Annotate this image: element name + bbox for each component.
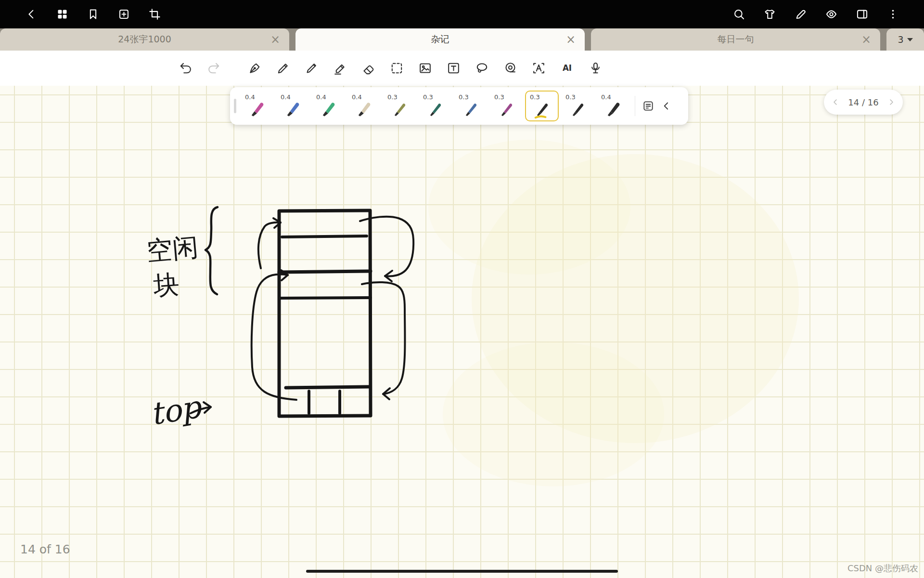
shirt-icon — [763, 8, 776, 21]
crop-button[interactable] — [147, 7, 162, 22]
tab-notebook-3[interactable]: 每日一句 — [591, 28, 880, 51]
note-app-window: 24张宇1000 杂记 每日一句 3 — [0, 0, 924, 578]
marquee-select-icon — [389, 61, 404, 76]
annotate-button[interactable] — [793, 7, 808, 22]
pen-list-icon — [642, 100, 654, 112]
undo-icon — [178, 61, 193, 76]
home-indicator-bar[interactable] — [306, 570, 618, 573]
theme-button[interactable] — [762, 7, 777, 22]
split-view-button[interactable] — [855, 7, 869, 22]
tab-notebook-1[interactable]: 24张宇1000 — [0, 28, 289, 51]
insert-image-tool[interactable] — [417, 60, 433, 77]
highlighter-tool[interactable] — [332, 60, 348, 77]
add-page-button[interactable] — [116, 7, 131, 22]
text-box-icon — [446, 61, 461, 76]
highlighter-icon — [333, 61, 347, 76]
fountain-pen-tool[interactable] — [246, 60, 263, 77]
pen-preset-6[interactable]: 0.3 — [418, 91, 452, 121]
editing-toolbar: AI — [0, 51, 924, 86]
csdn-watermark: CSDN @悲伤码农 — [847, 563, 918, 574]
search-icon — [732, 8, 745, 21]
caret-down-icon — [907, 38, 913, 41]
split-view-icon — [856, 8, 869, 21]
pen-preset-9-selected[interactable]: 0.3 — [525, 91, 559, 121]
pen-preset-panel: 0.4 0.4 0.4 0.4 — [230, 87, 688, 125]
image-icon — [418, 61, 433, 76]
more-button[interactable] — [886, 7, 900, 22]
pen-preset-8[interactable]: 0.3 — [489, 91, 523, 121]
chevron-left-icon — [660, 100, 673, 112]
pen-preset-11[interactable]: 0.4 — [596, 91, 630, 121]
pen-preset-7[interactable]: 0.3 — [454, 91, 488, 121]
collapse-panel-button[interactable] — [658, 98, 675, 114]
pen-icon — [390, 98, 411, 119]
tab-close-icon[interactable] — [566, 34, 576, 45]
tab-label: 杂记 — [431, 33, 449, 46]
eye-icon — [825, 8, 838, 21]
back-button[interactable] — [24, 7, 38, 22]
search-button[interactable] — [732, 7, 746, 22]
tab-close-icon[interactable] — [270, 34, 280, 45]
pen-settings-button[interactable] — [640, 98, 656, 114]
marquee-select-tool[interactable] — [388, 60, 405, 77]
undo-button[interactable] — [177, 60, 193, 77]
next-page-button[interactable] — [886, 97, 897, 107]
text-box-tool[interactable] — [445, 60, 462, 77]
tape-icon — [503, 61, 518, 76]
fountain-pen-icon — [247, 61, 262, 76]
pen-preset-2[interactable]: 0.4 — [276, 91, 309, 121]
note-canvas[interactable] — [0, 86, 924, 578]
mic-tool[interactable] — [587, 60, 603, 77]
pen-icon — [461, 98, 482, 119]
bookmark-button[interactable] — [86, 7, 100, 22]
apps-grid-icon — [56, 8, 69, 21]
lasso-tool[interactable] — [474, 60, 490, 77]
tab-notebook-2-active[interactable]: 杂记 — [295, 28, 585, 51]
mic-icon — [588, 61, 603, 76]
pen-icon — [425, 98, 447, 119]
tab-count-dropdown[interactable]: 3 — [886, 28, 924, 51]
tab-label: 24张宇1000 — [118, 33, 171, 46]
pen-icon — [354, 98, 375, 119]
crop-icon — [148, 8, 161, 21]
pen-icon — [283, 98, 304, 119]
pen-preset-1[interactable]: 0.4 — [240, 91, 274, 121]
pen-preset-10[interactable]: 0.3 — [561, 91, 594, 121]
select-text-icon — [531, 61, 546, 76]
apps-grid-button[interactable] — [55, 7, 69, 22]
pen-icon — [532, 98, 553, 119]
pen-preset-4[interactable]: 0.4 — [347, 91, 381, 121]
pencil-tool[interactable] — [275, 60, 291, 77]
ai-tool[interactable]: AI — [559, 60, 575, 77]
ai-icon: AI — [560, 61, 575, 76]
pencil-icon — [276, 61, 291, 76]
tab-count-label: 3 — [898, 34, 903, 45]
eraser-tool[interactable] — [360, 60, 376, 77]
pen-preset-5[interactable]: 0.3 — [383, 91, 416, 121]
fineliner-tool[interactable] — [303, 60, 320, 77]
fineliner-icon — [304, 61, 319, 76]
eraser-icon — [361, 61, 376, 76]
top-bar — [0, 0, 924, 28]
more-dots-icon — [886, 8, 899, 21]
topbar-right-group — [732, 7, 900, 22]
svg-text:AI: AI — [562, 63, 571, 73]
panel-scroll-handle[interactable] — [234, 99, 236, 113]
tab-bar: 24张宇1000 杂记 每日一句 3 — [0, 28, 924, 51]
pen-icon — [319, 98, 340, 119]
view-mode-button[interactable] — [824, 7, 838, 22]
panel-divider — [635, 96, 635, 116]
page-count-status: 14 of 16 — [20, 542, 70, 556]
select-text-tool[interactable] — [530, 60, 547, 77]
redo-button[interactable] — [205, 60, 222, 77]
page-navigator: 14 / 16 — [824, 90, 903, 115]
pen-icon — [794, 8, 807, 21]
tab-close-icon[interactable] — [861, 34, 871, 45]
pen-icon — [247, 98, 269, 119]
tape-tool[interactable] — [502, 60, 518, 77]
yellow-accent-stroke — [536, 117, 546, 118]
bookmark-icon — [87, 8, 100, 21]
pen-preset-3[interactable]: 0.4 — [311, 91, 345, 121]
previous-page-button[interactable] — [830, 97, 841, 107]
redo-icon — [206, 61, 221, 76]
